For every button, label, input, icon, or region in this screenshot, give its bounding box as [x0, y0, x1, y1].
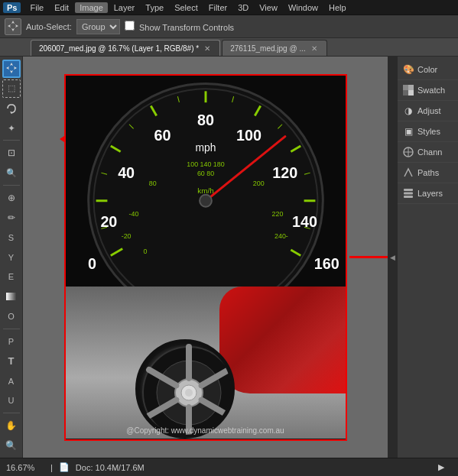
panel-item-paths[interactable]: Paths	[398, 163, 458, 183]
menu-type[interactable]: Type	[141, 2, 168, 13]
svg-rect-65	[408, 90, 414, 96]
svg-text:200: 200	[252, 179, 264, 186]
car-red-body	[219, 287, 346, 393]
menu-file[interactable]: File	[25, 2, 48, 13]
tool-brush[interactable]: ✏	[2, 209, 21, 227]
tool-eraser[interactable]: E	[2, 267, 21, 286]
tool-move[interactable]	[2, 60, 21, 78]
svg-rect-70	[404, 193, 413, 195]
svg-marker-0	[8, 21, 18, 31]
svg-text:220: 220	[271, 209, 283, 217]
tab-2-close[interactable]: ✕	[310, 44, 319, 53]
tool-lasso[interactable]	[2, 99, 21, 118]
move-tool-icon	[5, 18, 21, 35]
zoom-level: 16.67%	[6, 463, 44, 472]
panel-item-adjustments[interactable]: ◑ Adjust	[398, 101, 458, 121]
panel-item-layers[interactable]: Layers	[398, 183, 458, 204]
svg-text:0: 0	[88, 254, 96, 271]
menu-layer[interactable]: Layer	[109, 2, 140, 13]
svg-text:60: 60	[154, 126, 171, 143]
svg-point-58	[187, 404, 191, 409]
speedometer-section: 20 40 60 80 100 120 140 160 0 mph	[66, 76, 346, 287]
tool-clone-stamp[interactable]: S	[2, 228, 21, 247]
tool-rectangular-marquee[interactable]: ⬚	[2, 79, 21, 98]
tool-eyedropper[interactable]: 🔍	[2, 164, 21, 182]
toolbar-separator-1	[3, 140, 20, 141]
toolbar-separator-3	[3, 329, 20, 329]
color-icon: 🎨	[402, 63, 414, 76]
tool-zoom[interactable]: 🔍	[2, 436, 21, 455]
tool-magic-wand[interactable]: ✦	[2, 119, 21, 138]
main-layout: ⬚ ✦ ⊡ 🔍 ⊕ ✏ S Y E O P T A U ✋ 🔍	[0, 57, 458, 458]
toolbar-separator-4	[3, 413, 20, 413]
car-background	[66, 287, 346, 439]
tab-2-label: 276115_med.jpg @ ...	[230, 44, 306, 53]
right-panel: 🎨 Color Swatch ◑ Adjust ▣ Styles Chann	[397, 57, 458, 458]
status-doc-icon: 📄	[59, 462, 70, 472]
status-arrow[interactable]: ▶	[438, 462, 444, 472]
auto-select-label: Auto-Select:	[26, 22, 72, 31]
tool-pen[interactable]: P	[2, 332, 21, 351]
tool-gradient[interactable]	[2, 287, 21, 306]
tab-document-1[interactable]: 206007_med.jpg @ 16.7% (Layer 1, RGB/8#)…	[31, 40, 220, 56]
menu-image[interactable]: Image	[75, 2, 108, 13]
panel-styles-label: Styles	[417, 127, 440, 136]
svg-rect-69	[404, 189, 413, 191]
canvas-image: 20 40 60 80 100 120 140 160 0 mph	[64, 74, 347, 441]
tool-history-brush[interactable]: Y	[2, 248, 21, 267]
tab-1-close[interactable]: ✕	[203, 44, 212, 53]
panel-channels-label: Chann	[417, 147, 442, 157]
copyright-text: @Copyright: www.dynamicwebtraining.com.a…	[23, 426, 388, 435]
svg-text:60 80: 60 80	[197, 170, 213, 177]
menu-help[interactable]: Help	[324, 2, 351, 13]
show-transform-checkbox[interactable]	[125, 21, 135, 31]
panel-layers-label: Layers	[417, 189, 443, 198]
canvas-area[interactable]: 20 40 60 80 100 120 140 160 0 mph	[23, 57, 388, 458]
panel-item-styles[interactable]: ▣ Styles	[398, 121, 458, 142]
arrow-right-body	[349, 256, 388, 258]
tool-healing-brush[interactable]: ⊕	[2, 189, 21, 207]
car-wheel	[135, 339, 235, 439]
svg-text:80: 80	[197, 111, 214, 128]
svg-rect-62	[403, 85, 408, 90]
toolbar-separator-2	[3, 185, 20, 186]
svg-text:120: 120	[272, 164, 297, 181]
svg-text:240-: 240-	[274, 232, 288, 240]
svg-point-44	[200, 194, 212, 206]
left-toolbar: ⬚ ✦ ⊡ 🔍 ⊕ ✏ S Y E O P T A U ✋ 🔍	[0, 57, 23, 458]
tool-hand[interactable]: ✋	[2, 416, 21, 435]
ps-logo: Ps	[3, 2, 21, 13]
panel-item-swatches[interactable]: Swatch	[398, 80, 458, 101]
menu-view[interactable]: View	[255, 2, 282, 13]
layers-icon	[402, 187, 414, 199]
show-transform-label[interactable]: Show Transform Controls	[125, 21, 234, 32]
panel-item-channels[interactable]: Chann	[398, 142, 458, 163]
status-bar: 16.67% | 📄 Doc: 10.4M/17.6M ▶	[0, 458, 458, 476]
tool-shape[interactable]: U	[2, 392, 21, 410]
channels-icon	[402, 146, 414, 158]
menu-3d[interactable]: 3D	[233, 2, 253, 13]
right-panel-collapse-handle[interactable]: ◀	[388, 57, 397, 458]
tool-path-selection[interactable]: A	[2, 372, 21, 390]
tab-document-2[interactable]: 276115_med.jpg @ ... ✕	[222, 40, 327, 56]
tab-1-label: 206007_med.jpg @ 16.7% (Layer 1, RGB/8#)…	[39, 44, 199, 53]
svg-text:-40: -40	[128, 209, 138, 217]
paths-icon	[402, 167, 414, 179]
adjustments-icon: ◑	[402, 105, 414, 117]
svg-text:km/h: km/h	[197, 186, 213, 194]
panel-item-color[interactable]: 🎨 Color	[398, 60, 458, 80]
svg-text:100 140 180: 100 140 180	[187, 160, 224, 168]
menu-window[interactable]: Window	[284, 2, 323, 13]
auto-select-dropdown[interactable]: Group Layer	[76, 19, 120, 34]
tool-dodge[interactable]: O	[2, 307, 21, 325]
svg-text:140: 140	[292, 213, 317, 230]
tool-crop[interactable]: ⊡	[2, 144, 21, 162]
menu-edit[interactable]: Edit	[50, 2, 73, 13]
svg-rect-63	[408, 85, 414, 90]
svg-point-55	[187, 377, 191, 381]
menu-select[interactable]: Select	[170, 2, 203, 13]
panel-color-label: Color	[417, 65, 437, 74]
menu-filter[interactable]: Filter	[204, 2, 232, 13]
svg-point-61	[185, 389, 193, 397]
tool-text[interactable]: T	[2, 352, 21, 371]
